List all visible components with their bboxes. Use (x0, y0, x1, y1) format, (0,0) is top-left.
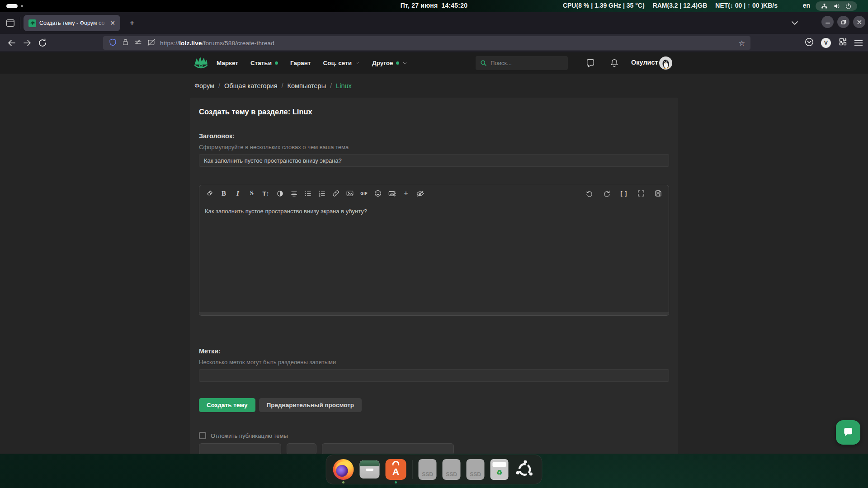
chevron-down-icon (402, 61, 407, 66)
breadcrumb-link[interactable]: Компьютеры (288, 82, 326, 89)
permission-toggle-icon[interactable] (134, 38, 142, 48)
avatar[interactable] (659, 56, 672, 70)
search-box[interactable] (476, 56, 568, 70)
link-icon[interactable] (330, 188, 342, 199)
gif-icon[interactable]: GIF (358, 188, 370, 199)
back-icon[interactable] (6, 38, 17, 48)
redo-icon[interactable] (601, 188, 613, 199)
green-dot-icon (275, 61, 278, 65)
tracking-shield-icon[interactable] (108, 38, 117, 48)
title-label: Заголовок: (199, 132, 669, 140)
url-bar[interactable]: https://lolz.live/forums/588/create-thre… (103, 36, 750, 50)
breadcrumb-link[interactable]: Форум (194, 82, 214, 89)
pocket-icon[interactable] (804, 37, 814, 49)
nav-other[interactable]: Другое (372, 60, 407, 66)
breadcrumb-separator: / (218, 82, 220, 89)
extension-v-icon[interactable]: V (821, 38, 831, 48)
image-icon[interactable] (344, 188, 356, 199)
toolbar-extensions: V (804, 37, 863, 49)
messages-icon[interactable] (585, 58, 595, 68)
schedule-row: Отложить публикацию темы (199, 432, 669, 439)
editor-content[interactable]: Как заполнить пустое пространство внизу … (199, 202, 669, 308)
bold-icon[interactable]: B (218, 188, 230, 199)
support-chat-button[interactable] (836, 420, 860, 445)
bbcode-icon[interactable]: [ ] (618, 188, 630, 199)
clipped-schedule-fields (199, 443, 669, 454)
close-tab-icon[interactable]: ✕ (108, 19, 117, 27)
system-stats: CPU(8 % | 1.39 GHz | 35 °C) RAM(3.2 | 12… (563, 2, 778, 9)
form-actions: Создать тему Предварительный просмотр (199, 398, 669, 412)
breadcrumb-current[interactable]: Linux (336, 82, 352, 89)
spoiler-eye-off-icon[interactable] (414, 188, 426, 199)
menu-hamburger-icon[interactable] (854, 40, 863, 46)
forum-logo-icon[interactable] (193, 55, 209, 71)
preview-button[interactable]: Предварительный просмотр (259, 398, 362, 412)
blocked-permission-icon[interactable] (147, 38, 156, 48)
dock-trash-icon[interactable]: ♻ (491, 459, 509, 480)
page-viewport: Маркет Статьи Гарант Соц. сети Другое Ок… (0, 52, 868, 454)
remove-format-icon[interactable] (204, 188, 216, 199)
dock-ssd-drive-icon[interactable]: SSD (443, 459, 461, 480)
dock-ssd-drive-icon[interactable]: SSD (467, 459, 485, 480)
smiley-icon[interactable] (372, 188, 384, 199)
unordered-list-icon[interactable] (302, 188, 314, 199)
dock-firefox-icon[interactable] (333, 459, 354, 480)
list-all-tabs-chevron-icon[interactable] (789, 18, 800, 28)
firefox-view-icon[interactable] (5, 18, 15, 28)
power-icon (845, 3, 852, 9)
nav-guarantor[interactable]: Гарант (290, 60, 311, 66)
username[interactable]: Окулист (631, 59, 658, 66)
dock-files-icon[interactable] (360, 460, 380, 479)
ordered-list-icon[interactable] (316, 188, 328, 199)
extensions-puzzle-icon[interactable] (838, 37, 848, 49)
breadcrumb: Форум / Общая категория / Компьютеры / L… (194, 82, 352, 89)
minimize-button[interactable] (821, 16, 834, 28)
dock-ssd-drive-icon[interactable]: SSD (419, 459, 437, 480)
nav-socials[interactable]: Соц. сети (323, 60, 360, 66)
text-color-icon[interactable] (274, 188, 286, 199)
italic-icon[interactable]: I (232, 188, 244, 199)
align-icon[interactable] (288, 188, 300, 199)
close-button[interactable] (853, 16, 865, 28)
nav-market[interactable]: Маркет (217, 60, 238, 66)
fullscreen-icon[interactable] (635, 188, 647, 199)
editor-resize-grip[interactable] (199, 312, 669, 315)
title-input[interactable] (199, 154, 669, 167)
new-tab-button[interactable]: + (126, 17, 138, 29)
create-thread-button[interactable]: Создать тему (199, 398, 255, 412)
maximize-button[interactable] (837, 16, 849, 28)
schedule-checkbox[interactable] (199, 432, 206, 439)
schedule-label: Отложить публикацию темы (211, 432, 288, 439)
breadcrumb-link[interactable]: Общая категория (224, 82, 277, 89)
date-field-partial[interactable] (199, 443, 281, 454)
bookmark-star-icon[interactable]: ☆ (739, 39, 745, 47)
page-title: Создать тему в разделе: Linux (199, 108, 669, 116)
tab-title-fade (93, 19, 108, 27)
forward-icon[interactable] (22, 38, 33, 48)
volume-icon (833, 3, 840, 9)
reload-icon[interactable] (37, 38, 48, 48)
undo-icon[interactable] (584, 188, 595, 199)
url-text[interactable]: https://lolz.live/forums/588/create-thre… (160, 40, 274, 47)
ram-stat: RAM(3.2 | 12.4)GB (653, 2, 708, 9)
insert-more-icon[interactable]: + (400, 188, 412, 199)
keyboard-layout-indicator[interactable]: en (803, 2, 810, 9)
nav-articles[interactable]: Статьи (250, 60, 278, 66)
time-field-partial[interactable] (287, 443, 316, 454)
rich-text-editor: B I S T↕ GIF + (199, 185, 669, 316)
tab-title: Создать тему - Форум со (39, 19, 108, 27)
dock-app-center-icon[interactable]: A (386, 459, 406, 480)
search-input[interactable] (491, 60, 558, 66)
tags-input[interactable] (199, 369, 669, 382)
text-size-icon[interactable]: T↕ (260, 188, 272, 199)
timezone-field-partial[interactable] (322, 443, 454, 454)
site-favicon (28, 19, 36, 27)
save-draft-icon[interactable] (652, 188, 664, 199)
media-gallery-icon[interactable] (386, 188, 398, 199)
system-tray[interactable] (816, 1, 857, 11)
strikethrough-icon[interactable]: S (246, 188, 258, 199)
notifications-bell-icon[interactable] (609, 58, 619, 68)
dock-ubuntu-icon[interactable] (514, 459, 535, 480)
active-tab[interactable]: Создать тему - Форум со ✕ (24, 15, 120, 31)
lock-icon[interactable] (122, 38, 129, 48)
